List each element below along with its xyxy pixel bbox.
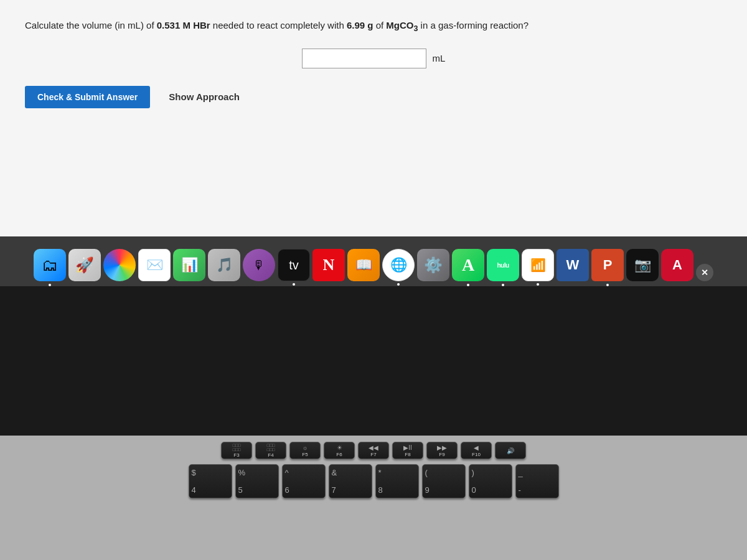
check-submit-button[interactable]: Check & Submit Answer <box>25 86 150 108</box>
dock-item-launchpad[interactable]: 🚀 <box>68 249 101 281</box>
dock-item-itunes[interactable]: 🎵 <box>208 249 240 281</box>
dock-item-close[interactable]: ✕ <box>696 264 713 281</box>
browser-content: Calculate the volume (in mL) of 0.531 M … <box>0 0 747 236</box>
answer-input[interactable] <box>302 49 426 68</box>
key-volume-up[interactable]: 🔊 <box>495 442 526 459</box>
key-4-dollar[interactable]: $ 4 <box>189 464 232 498</box>
key-f7[interactable]: ◀◀ F7 <box>358 442 389 459</box>
key-f8[interactable]: ▶II F8 <box>392 442 423 459</box>
dock-item-podcasts[interactable]: 🎙 <box>243 249 275 281</box>
key-f6[interactable]: ☀ F6 <box>324 442 355 459</box>
dock-item-numbers[interactable]: 📊 <box>173 249 205 281</box>
question-text: Calculate the volume (in mL) of 0.531 M … <box>25 19 722 35</box>
unit-label: mL <box>433 53 446 63</box>
keyboard-area: □□□□□□ F3 □□□□□□ F4 ☼ F5 ☀ F6 ◀◀ F7 ▶II … <box>0 436 747 560</box>
answer-row: mL <box>25 49 722 68</box>
key-f10[interactable]: ◀ F10 <box>461 442 492 459</box>
key-0-rparen[interactable]: ) 0 <box>469 464 512 498</box>
dock-item-books[interactable]: 📖 <box>347 249 380 281</box>
dock-item-netflix[interactable]: N <box>312 249 345 281</box>
key-f4[interactable]: □□□□□□ F4 <box>255 442 286 459</box>
key-8-asterisk[interactable]: * 8 <box>375 464 419 498</box>
dock-item-system-prefs[interactable]: ⚙️ <box>417 249 449 281</box>
key-7-ampersand[interactable]: & 7 <box>329 464 372 498</box>
bold-compound: MgCO3 <box>386 20 418 30</box>
key-minus-underscore[interactable]: _ - <box>515 464 559 498</box>
number-row: $ 4 % 5 ^ 6 & 7 * 8 ( 9 ) 0 _ - <box>12 464 735 498</box>
show-approach-button[interactable]: Show Approach <box>169 91 240 102</box>
dock-item-wifi[interactable]: 📶 <box>522 249 554 281</box>
dock-item-word[interactable]: W <box>557 249 589 281</box>
bold-mass: 6.99 g <box>347 20 374 30</box>
bold-concentration: 0.531 M HBr <box>157 20 210 30</box>
dock-bar: 🗂 🚀 ✉️ 📊 🎵 🎙 tv N <box>0 236 747 286</box>
dark-area <box>0 286 747 436</box>
key-6-caret[interactable]: ^ 6 <box>282 464 326 498</box>
dock-item-mail[interactable]: ✉️ <box>138 249 171 281</box>
key-f9[interactable]: ▶▶ F9 <box>426 442 458 459</box>
dock-item-camera[interactable]: 📷 <box>626 249 659 281</box>
dock-item-powerpoint[interactable]: P <box>591 249 624 281</box>
key-5-percent[interactable]: % 5 <box>235 464 279 498</box>
dock-item-photos[interactable] <box>103 249 136 281</box>
button-row: Check & Submit Answer Show Approach <box>25 86 722 108</box>
key-f3[interactable]: □□□□□□ F3 <box>221 442 252 459</box>
dock-item-hulu[interactable]: hulu <box>487 249 519 281</box>
key-f5[interactable]: ☼ F5 <box>289 442 321 459</box>
dock-item-appletv[interactable]: tv <box>278 249 310 281</box>
key-9-lparen[interactable]: ( 9 <box>422 464 466 498</box>
dock: 🗂 🚀 ✉️ 📊 🎵 🎙 tv N <box>34 241 713 281</box>
dock-item-font-book[interactable]: A <box>452 249 484 281</box>
fn-row: □□□□□□ F3 □□□□□□ F4 ☼ F5 ☀ F6 ◀◀ F7 ▶II … <box>12 442 735 459</box>
dock-item-finder[interactable]: 🗂 <box>34 249 66 281</box>
dock-item-acrobat[interactable]: A <box>661 249 693 281</box>
dock-item-chrome[interactable]: 🌐 <box>382 249 415 281</box>
